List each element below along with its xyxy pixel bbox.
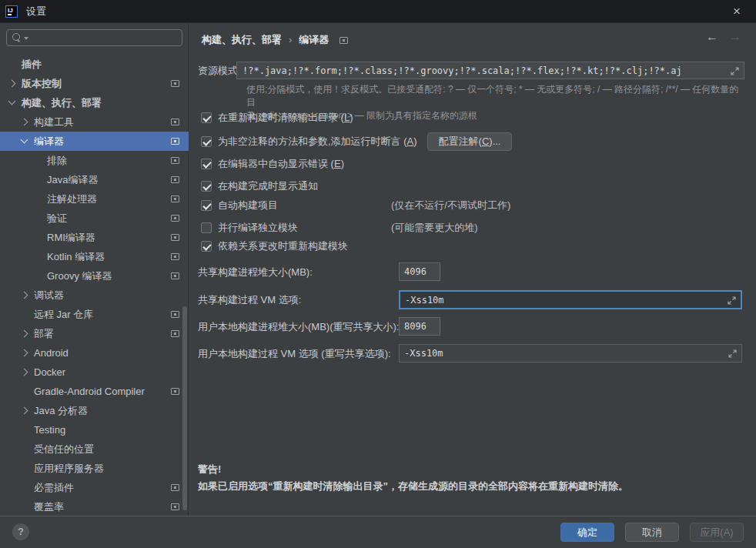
checkbox-label: 在构建完成时显示通知 [218,179,318,193]
chevron-right-icon[interactable] [21,349,28,357]
field-input[interactable] [400,318,440,335]
tree-item[interactable]: Android [0,343,189,363]
tree-item[interactable]: Java 分析器 [0,401,189,420]
expand-icon[interactable] [728,296,736,304]
checkbox[interactable] [201,159,212,169]
checkbox-label: 并行编译独立模块 [218,221,298,235]
checkbox-row: 在编辑器中自动显示错误 (E) [201,155,344,173]
field-label: 共享构建进程堆大小(MB): [198,262,313,282]
screen-icon [171,484,179,491]
tree-item[interactable]: 插件 [0,55,189,74]
settings-tree: 插件版本控制构建、执行、部署构建工具编译器排除Java编译器注解处理器验证RMI… [0,55,189,516]
intellij-logo-icon: IJ [5,5,18,18]
field-row: 用户本地构建进程堆大小(MB)(重写共享大小): [198,317,746,336]
tree-item-label: 应用程序服务器 [34,459,104,478]
tree-item[interactable]: 覆盖率 [0,497,189,516]
warning-body: 如果已启用选项“重新构建时清除输出目录”，存储生成源的目录的全部内容将在重新构建… [198,480,628,493]
tree-item[interactable]: RMI编译器 [0,228,189,247]
back-arrow-icon[interactable]: ← [706,30,718,43]
tree-item[interactable]: 部署 [0,324,189,343]
breadcrumb-section[interactable]: 构建、执行、部署 [202,34,282,45]
screen-icon [171,138,179,145]
close-icon[interactable]: × [727,2,747,22]
field-input[interactable] [400,345,741,362]
chevron-right-icon[interactable] [21,119,28,126]
checkbox[interactable] [201,200,212,211]
tree-item[interactable]: 验证 [0,209,189,228]
checkbox[interactable] [201,181,212,192]
tree-item[interactable]: 应用程序服务器 [0,459,189,478]
checkbox[interactable] [201,222,212,233]
tree-item[interactable]: 编译器 [0,132,189,151]
resource-patterns-input[interactable] [237,62,744,79]
tree-item[interactable]: 受信任的位置 [0,439,189,459]
tree-item-label: 编译器 [34,132,64,151]
chevron-right-icon[interactable] [21,292,28,299]
checkbox-label: 为非空注释的方法和参数,添加运行时断言 (A) [218,135,417,149]
screen-icon [171,157,179,164]
expand-icon[interactable] [731,66,739,75]
checkbox-label: 依赖关系更改时重新构建模块 [218,239,348,253]
apply-button: 应用(A) [690,523,744,542]
breadcrumb: 构建、执行、部署›编译器 [202,32,348,48]
window-title: 设置 [26,0,46,23]
tree-item-label: 验证 [47,209,67,228]
chevron-right-icon[interactable] [21,330,28,338]
tree-item[interactable]: 必需插件 [0,478,189,497]
checkbox[interactable] [201,241,212,252]
chevron-right-icon[interactable] [21,407,28,415]
screen-icon [171,503,179,510]
tree-item-label: Testing [34,420,65,439]
chevron-right-icon[interactable] [21,369,28,376]
search-input[interactable] [30,31,176,45]
tree-item[interactable]: 版本控制 [0,74,189,93]
help-button[interactable]: ? [12,523,29,540]
tree-item[interactable]: Docker [0,363,189,382]
configure-annotations-button[interactable]: 配置注解(C)... [427,132,513,151]
forward-arrow-icon: → [729,30,741,43]
tree-item[interactable]: Java编译器 [0,170,189,189]
tree-item[interactable]: 远程 Jar 仓库 [0,305,189,324]
warning-title: 警告! [198,463,628,476]
screen-icon [340,37,348,44]
field-input[interactable] [400,292,741,308]
screen-icon [171,80,179,87]
tree-item-label: 调试器 [34,286,64,305]
search-options-arrow-icon[interactable] [24,37,28,40]
sidebar-scrollbar[interactable] [182,306,187,510]
tree-item-label: 覆盖率 [34,497,64,516]
field-box [399,344,742,363]
tree-item[interactable]: 排除 [0,151,189,170]
field-label: 共享构建过程 VM 选项: [198,290,301,309]
checkbox[interactable] [201,112,212,123]
chevron-down-icon[interactable] [8,98,16,105]
warning-block: 警告! 如果已启用选项“重新构建时清除输出目录”，存储生成源的目录的全部内容将在… [198,463,628,493]
tree-item[interactable]: 构建工具 [0,112,189,132]
field-box [399,317,440,336]
tree-item[interactable]: 构建、执行、部署 [0,93,189,112]
search-box[interactable] [6,29,182,46]
checkbox-row: 为非空注释的方法和参数,添加运行时断言 (A)配置注解(C)... [201,132,512,151]
field-row: 共享构建过程 VM 选项: [198,290,746,309]
checkbox[interactable] [201,136,212,147]
tree-item[interactable]: 注解处理器 [0,189,189,209]
tree-item[interactable]: Testing [0,420,189,439]
chevron-right-icon[interactable] [8,80,16,88]
chevron-down-icon[interactable] [21,136,28,144]
field-input[interactable] [400,263,440,280]
ok-button[interactable]: 确定 [560,523,614,542]
tree-item-label: 插件 [22,55,42,74]
settings-sidebar: 插件版本控制构建、执行、部署构建工具编译器排除Java编译器注解处理器验证RMI… [0,23,189,516]
tree-item[interactable]: Gradle-Android Compiler [0,382,189,401]
tree-item[interactable]: Kotlin 编译器 [0,247,189,266]
expand-icon[interactable] [728,349,737,357]
tree-item-label: 构建工具 [34,112,74,132]
cancel-button[interactable]: 取消 [625,523,679,542]
tree-item[interactable]: 调试器 [0,286,189,305]
dialog-footer: ? 确定 取消 应用(A) [0,516,756,548]
tree-item-label: Kotlin 编译器 [47,247,105,266]
field-label: 用户本地构建过程 VM 选项 (重写共享选项): [198,344,391,363]
tree-item[interactable]: Groovy 编译器 [0,266,189,286]
checkbox-row: 在重新构建时清除输出目录 (L) [201,109,353,127]
tree-item-label: 部署 [34,324,54,343]
